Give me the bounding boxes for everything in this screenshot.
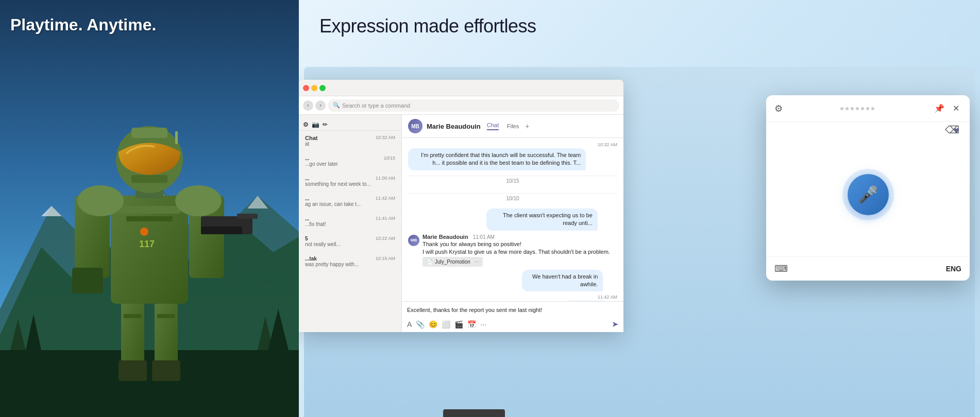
msg-time: 10:32 AM bbox=[408, 142, 617, 147]
video-icon: 📷 bbox=[312, 121, 319, 128]
svg-rect-6 bbox=[0, 350, 299, 417]
voice-popup-header: ⚙ 📌 ✕ bbox=[766, 95, 970, 122]
nav-forward[interactable]: › bbox=[315, 100, 326, 111]
svg-rect-33 bbox=[131, 175, 167, 183]
svg-rect-12 bbox=[155, 299, 178, 366]
chat-contact-name: Marie Beaudouin bbox=[427, 123, 481, 130]
svg-rect-34 bbox=[175, 131, 178, 144]
date-divider: 10/15 bbox=[408, 176, 617, 186]
chat-header: MB Marie Beaudouin Chat Files + bbox=[402, 115, 623, 138]
svg-rect-13 bbox=[124, 314, 142, 318]
svg-rect-26 bbox=[201, 227, 242, 234]
input-toolbar: A 📎 😊 ⬜ 🎬 📅 ··· ➤ bbox=[407, 317, 618, 329]
sticker-icon[interactable]: ⬜ bbox=[442, 320, 450, 328]
schedule-icon[interactable]: 📅 bbox=[467, 320, 476, 328]
dot3 bbox=[851, 107, 854, 110]
window-actions: 📌 ✕ bbox=[932, 101, 961, 115]
teams-titlebar bbox=[299, 80, 623, 96]
sidebar-item[interactable]: 10:32 AM Chat at bbox=[299, 131, 401, 151]
date-divider: 10/10 bbox=[408, 193, 617, 203]
backspace-icon[interactable]: ⌫ bbox=[945, 124, 959, 135]
left-panel-title: Playtime. Anytime. bbox=[10, 15, 156, 34]
teams-navbar: ‹ › 🔍 Search or type a command bbox=[299, 96, 623, 115]
chat-tab-chat[interactable]: Chat bbox=[487, 122, 499, 130]
add-tab-btn[interactable]: + bbox=[525, 122, 529, 130]
settings-icon[interactable]: ⚙ bbox=[774, 103, 783, 114]
chat-avatar: MB bbox=[408, 119, 423, 133]
teams-sidebar: ⚙ 📷 ✏ 10:32 AM Chat at 10/15 ... ...go o… bbox=[299, 115, 402, 332]
dot4 bbox=[856, 107, 859, 110]
svg-point-29 bbox=[175, 185, 222, 216]
gif-icon[interactable]: 🎬 bbox=[454, 320, 463, 328]
nav-back[interactable]: ‹ bbox=[303, 100, 313, 111]
more-icon[interactable]: ··· bbox=[480, 320, 486, 328]
emoji-icon[interactable]: 😊 bbox=[429, 320, 437, 328]
left-panel: Playtime. Anytime. bbox=[0, 0, 299, 417]
window-dots bbox=[783, 107, 932, 110]
voice-popup-body: ⌫ 🎤 bbox=[766, 132, 970, 256]
dot2 bbox=[846, 107, 849, 110]
chat-message: I'm pretty confident that this launch wi… bbox=[408, 148, 586, 170]
close-button[interactable]: ✕ bbox=[951, 101, 961, 115]
chat-message: We haven't had a break in awhile. bbox=[522, 270, 603, 292]
sidebar-item[interactable]: 10/15 ... ...go over later bbox=[299, 151, 401, 171]
teams-body: ⚙ 📷 ✏ 10:32 AM Chat at 10/15 ... ...go o… bbox=[299, 115, 623, 332]
msg-time: 11:42 AM bbox=[565, 294, 617, 300]
svg-rect-32 bbox=[131, 128, 167, 138]
dot6 bbox=[866, 107, 869, 110]
sidebar-item[interactable]: 11:41 AM ... ...fix that! bbox=[299, 212, 401, 232]
svg-text:117: 117 bbox=[139, 239, 155, 249]
svg-rect-18 bbox=[119, 206, 180, 214]
dot7 bbox=[871, 107, 874, 110]
pin-button[interactable]: 📌 bbox=[932, 101, 947, 115]
more-options[interactable]: ··· bbox=[475, 259, 479, 265]
halo-character: 117 bbox=[0, 0, 299, 417]
svg-rect-19 bbox=[126, 216, 173, 221]
chat-input-text[interactable]: Excellent, thanks for the report you sen… bbox=[407, 305, 618, 317]
svg-rect-14 bbox=[157, 314, 175, 318]
voice-popup-footer: ⌨ ENG bbox=[766, 256, 970, 281]
search-icon: 🔍 bbox=[333, 102, 340, 109]
monitor-stand bbox=[443, 409, 505, 417]
teams-chat: MB Marie Beaudouin Chat Files + 10:32 AM… bbox=[402, 115, 623, 332]
svg-point-20 bbox=[140, 228, 148, 236]
sidebar-item[interactable]: 10:22 AM 5 not really well... bbox=[299, 232, 401, 252]
sidebar-item[interactable]: 11:00 AM ... something for next week to.… bbox=[299, 171, 401, 192]
chat-messages: 10:32 AM I'm pretty confident that this … bbox=[402, 138, 623, 301]
svg-point-28 bbox=[77, 185, 124, 216]
mic-pulse-ring bbox=[842, 169, 894, 220]
format-icon[interactable]: A bbox=[407, 320, 412, 328]
voice-popup: ⚙ 📌 ✕ ♥ ⌫ bbox=[766, 95, 970, 281]
chat-message: The client wasn't expecting us to be rea… bbox=[486, 208, 598, 231]
clear-area: ⌫ bbox=[945, 124, 959, 136]
svg-rect-27 bbox=[237, 214, 258, 219]
send-button[interactable]: ➤ bbox=[612, 319, 618, 329]
dot5 bbox=[861, 107, 864, 110]
file-attachment[interactable]: 📄 July_Promotion ··· bbox=[423, 257, 483, 267]
attach-icon[interactable]: 📎 bbox=[416, 320, 425, 328]
sidebar-item[interactable]: 10:15 AM ...tak was pretty happy with... bbox=[299, 252, 401, 272]
svg-rect-15 bbox=[119, 360, 147, 381]
teams-window: ‹ › 🔍 Search or type a command ⚙ 📷 ✏ 10:… bbox=[299, 80, 623, 332]
svg-rect-23 bbox=[72, 268, 103, 293]
mic-container: 🎤 bbox=[837, 164, 899, 225]
svg-rect-11 bbox=[121, 299, 144, 366]
chat-input-bar: Excellent, thanks for the report you sen… bbox=[402, 301, 623, 332]
svg-rect-16 bbox=[152, 360, 180, 381]
right-panel: Expression made effortless ‹ › 🔍 Search … bbox=[299, 0, 980, 417]
sender-name: Marie Beaudouin 11:01 AM bbox=[423, 234, 610, 240]
sidebar-item[interactable]: 11:42 AM ... ag an issue, can take t... bbox=[299, 192, 401, 212]
word-icon: 📄 bbox=[427, 259, 433, 265]
right-panel-title: Expression made effortless bbox=[319, 15, 959, 37]
language-indicator: ENG bbox=[946, 265, 961, 273]
search-placeholder: Search or type a command bbox=[342, 102, 410, 109]
dot1 bbox=[840, 107, 843, 110]
chat-message-row: MB Marie Beaudouin 11:01 AM Thank you fo… bbox=[408, 234, 617, 267]
compose-icon: ✏ bbox=[323, 121, 328, 128]
filter-bar: ⚙ 📷 ✏ bbox=[299, 119, 401, 131]
filter-icon: ⚙ bbox=[303, 121, 309, 128]
keyboard-icon[interactable]: ⌨ bbox=[774, 263, 788, 274]
chat-tab-files[interactable]: Files bbox=[507, 123, 519, 129]
teams-search-bar[interactable]: 🔍 Search or type a command bbox=[328, 99, 619, 112]
sender-avatar: MB bbox=[408, 235, 419, 246]
